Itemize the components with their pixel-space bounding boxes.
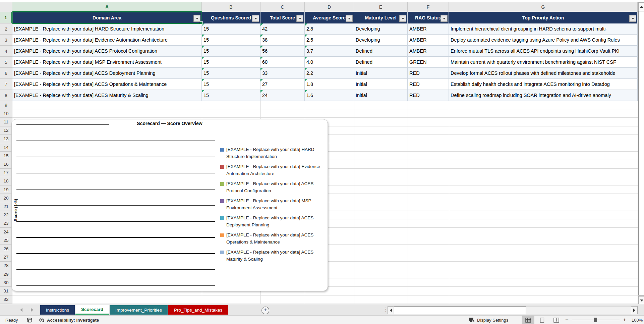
filter-dropdown-button[interactable] [399, 15, 406, 22]
cell-E8[interactable]: Initial [354, 90, 408, 101]
cell-E7[interactable]: Initial [354, 79, 408, 90]
cell-A7[interactable]: [EXAMPLE - Replace with your data] ACES … [12, 79, 202, 90]
legend-item[interactable]: [EXAMPLE - Replace with your data] ACES … [220, 232, 327, 246]
cell-A5[interactable]: [EXAMPLE - Replace with your data] MSP E… [12, 57, 202, 68]
cell-E6[interactable]: Initial [354, 68, 408, 79]
legend-item[interactable]: [EXAMPLE - Replace with your data] HARD … [220, 146, 327, 160]
filter-dropdown-button[interactable] [193, 15, 200, 22]
cell-G4[interactable]: Enforce mutual TLS across all ACES API e… [449, 46, 638, 57]
cell-E2[interactable]: Developing [354, 23, 408, 35]
zoom-in-button[interactable]: + [623, 316, 626, 324]
sheet-tab-pro_tips_and_mistakes[interactable]: Pro_Tips_and_Mistakes [168, 305, 228, 315]
tab-scroll-left-icon[interactable] [20, 308, 22, 312]
cell-F7[interactable]: RED [408, 79, 449, 90]
cell-G6[interactable]: Develop formal ACES rollout phases with … [449, 68, 638, 79]
status-bar: Ready Accessibility: Investigate Display… [0, 315, 644, 324]
cell-D6[interactable]: 2.2 [305, 68, 354, 79]
cell-C3[interactable]: 38 [260, 35, 305, 46]
zoom-slider-thumb[interactable] [594, 318, 597, 322]
cell-B7[interactable]: 15 [202, 79, 260, 90]
view-page-layout-button[interactable] [536, 316, 548, 324]
cell-D3[interactable]: 2.5 [305, 35, 354, 46]
macro-record-icon[interactable] [27, 316, 32, 324]
cell-D5[interactable]: 4.0 [305, 57, 354, 68]
scroll-right-button[interactable] [631, 306, 638, 314]
cell-F6[interactable]: RED [408, 68, 449, 79]
cell-F3[interactable]: AMBER [408, 35, 449, 46]
table-header-2[interactable]: Total Score [260, 12, 305, 23]
new-sheet-button[interactable]: + [261, 307, 269, 314]
scroll-left-button[interactable] [388, 306, 394, 314]
cell-E3[interactable]: Developing [354, 35, 408, 46]
cell-B6[interactable]: 15 [202, 68, 260, 79]
legend-item[interactable]: [EXAMPLE - Replace with your data] MSP E… [220, 198, 327, 211]
cell-A8[interactable]: [EXAMPLE - Replace with your data] ACES … [12, 90, 202, 101]
view-page-break-button[interactable] [550, 316, 563, 324]
scorecard-chart[interactable]: Scorecard — Score Overview Score (1-5) [… [11, 119, 328, 291]
vertical-scrollbar-thumb[interactable] [638, 11, 644, 295]
legend-marker-icon [220, 165, 224, 169]
table-header-5[interactable]: RAG Status [408, 12, 449, 23]
cell-B4[interactable]: 15 [202, 46, 260, 57]
cell-D7[interactable]: 1.8 [305, 79, 354, 90]
cell-E4[interactable]: Defined [354, 46, 408, 57]
cell-D8[interactable]: 1.6 [305, 90, 354, 101]
sheet-tab-improvement_priorities[interactable]: Improvement_Priorities [110, 305, 168, 315]
filter-dropdown-button[interactable] [629, 15, 636, 22]
filter-dropdown-button[interactable] [346, 15, 353, 22]
cell-A2[interactable]: [EXAMPLE - Replace with your data] HARD … [12, 23, 202, 35]
cell-B8[interactable]: 15 [202, 90, 260, 101]
cell-A3[interactable]: [EXAMPLE - Replace with your data] Evide… [12, 35, 202, 46]
cell-A4[interactable]: [EXAMPLE - Replace with your data] ACES … [12, 46, 202, 57]
excel-window: ABCDEFG 12345678910111213141516171819202… [0, 0, 644, 324]
filter-dropdown-button[interactable] [296, 15, 303, 22]
cell-G2[interactable]: Implement hierarchical client grouping i… [449, 23, 638, 35]
legend-label: [EXAMPLE - Replace with your data] ACES … [226, 180, 327, 194]
cell-B3[interactable]: 15 [202, 35, 260, 46]
zoom-level-label[interactable]: 100% [632, 316, 643, 324]
cell-F2[interactable]: AMBER [408, 23, 449, 35]
cell-G3[interactable]: Deploy automated evidence tagging using … [449, 35, 638, 46]
cell-C4[interactable]: 56 [260, 46, 305, 57]
table-header-0[interactable]: Domain Area [12, 12, 202, 23]
right-arrow-icon [633, 309, 635, 312]
accessibility-checker[interactable]: Accessibility: Investigate [39, 316, 99, 324]
legend-item[interactable]: [EXAMPLE - Replace with your data] ACES … [220, 215, 327, 228]
filter-dropdown-button[interactable] [252, 15, 259, 22]
legend-item[interactable]: [EXAMPLE - Replace with your data] ACES … [220, 180, 327, 194]
legend-item[interactable]: [EXAMPLE - Replace with your data] Evide… [220, 163, 327, 177]
display-settings-button[interactable]: Display Settings [469, 316, 508, 324]
zoom-out-button[interactable]: − [565, 316, 569, 324]
scroll-up-button[interactable] [638, 2, 644, 11]
cell-A6[interactable]: [EXAMPLE - Replace with your data] ACES … [12, 68, 202, 79]
table-header-6[interactable]: Top Priority Action [449, 12, 638, 23]
cell-F5[interactable]: GREEN [408, 57, 449, 68]
tab-scroll-right-icon[interactable] [31, 308, 33, 312]
legend-item[interactable]: [EXAMPLE - Replace with your data] ACES … [220, 249, 327, 263]
table-header-1[interactable]: Questions Scored [202, 12, 260, 23]
cell-G7[interactable]: Establish daily health checks and integr… [449, 79, 638, 90]
cell-E5[interactable]: Defined [354, 57, 408, 68]
cell-G8[interactable]: Define scaling roadmap including SOAR in… [449, 90, 638, 101]
filter-dropdown-button[interactable] [441, 15, 448, 22]
view-normal-button[interactable] [522, 316, 534, 324]
cell-C2[interactable]: 42 [260, 23, 305, 35]
cell-B2[interactable]: 15 [202, 23, 260, 35]
cell-G5[interactable]: Maintain current with quarterly environm… [449, 57, 638, 68]
cell-C5[interactable]: 60 [260, 57, 305, 68]
cell-D2[interactable]: 2.8 [305, 23, 354, 35]
vertical-scrollbar[interactable] [638, 2, 644, 305]
table-header-3[interactable]: Average Score [305, 12, 354, 23]
accessibility-status-label: Accessibility: Investigate [47, 318, 99, 323]
table-header-4[interactable]: Maturity Level [354, 12, 408, 23]
cell-D4[interactable]: 3.7 [305, 46, 354, 57]
sheet-tab-instructions[interactable]: Instructions [40, 305, 75, 315]
cell-C6[interactable]: 33 [260, 68, 305, 79]
sheet-tab-scorecard[interactable]: Scorecard [75, 305, 109, 315]
cell-C8[interactable]: 24 [260, 90, 305, 101]
horizontal-scrollbar-thumb[interactable] [394, 306, 526, 314]
cell-F8[interactable]: RED [408, 90, 449, 101]
cell-F4[interactable]: AMBER [408, 46, 449, 57]
cell-B5[interactable]: 15 [202, 57, 260, 68]
cell-C7[interactable]: 27 [260, 79, 305, 90]
